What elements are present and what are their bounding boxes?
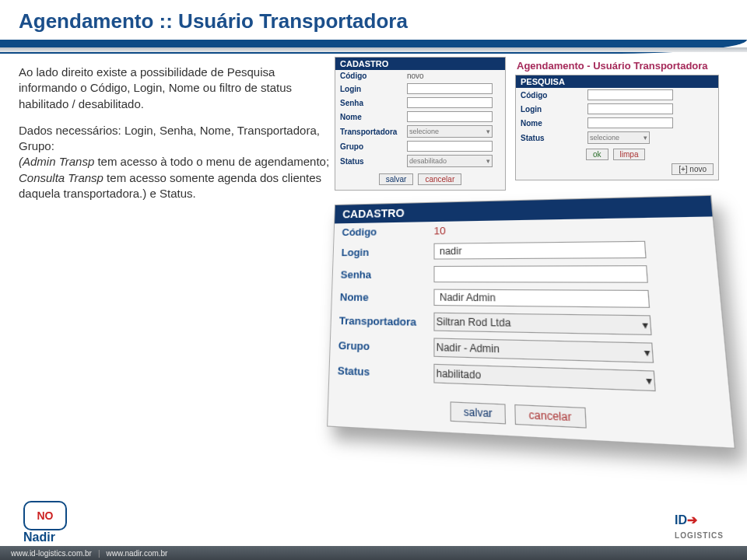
para2-mid1: tem acesso à todo o menu de agendamento; [94,155,329,168]
transp-value: Siltran Rod Ltda [437,316,511,329]
label-grupo: Grupo [340,142,402,151]
logo-icon: NO [23,501,67,530]
pesquisa-panel: Agendamento - Usuário Transportadora PES… [515,57,719,180]
transp-placeholder: selecione [409,128,439,135]
cancelar-button[interactable]: cancelar [418,173,461,185]
label-senha: Senha [341,268,430,281]
senha-input[interactable] [407,97,493,108]
label-nome: Nome [521,119,583,128]
salvar-button[interactable]: salvar [451,401,507,424]
label-senha: Senha [340,99,402,107]
label-transportadora: Transportadora [339,314,429,328]
chevron-down-icon: ▾ [644,134,647,142]
codigo-value: 10 [433,225,445,237]
label-status: Status [340,157,402,166]
status-value: desabilitado [409,157,447,165]
label-nome: Nome [340,291,429,304]
cadastro-panel-small: CADASTRO Códigonovo Login Senha Nome Tra… [335,57,506,191]
paragraph-1: Ao lado direito existe a possibilidade d… [19,65,330,112]
label-status: Status [338,364,429,380]
login-input[interactable] [587,103,673,114]
paragraph-2: Dados necessários: Login, Senha, Nome, T… [19,123,330,201]
status-select[interactable]: habilitado▾ [433,364,655,391]
grupo-select[interactable]: Nadir - Admin▾ [433,338,654,362]
codigo-value: novo [407,72,424,80]
status-value: habilitado [437,367,482,381]
chevron-down-icon: ▾ [646,374,653,387]
chevron-down-icon: ▾ [486,157,490,165]
nome-input[interactable] [407,111,493,122]
status-select[interactable]: desabilitado▾ [407,155,493,167]
em-consulta: Consulta Transp [19,171,103,184]
login-input[interactable] [407,83,493,94]
salvar-button[interactable]: salvar [379,173,414,185]
transportadora-select[interactable]: Siltran Rod Ltda▾ [433,313,651,335]
label-login: Login [340,85,402,93]
pesquisa-header: PESQUISA [516,75,718,88]
grupo-input[interactable] [407,141,493,152]
label-login: Login [341,245,429,257]
limpa-button[interactable]: limpa [613,149,646,160]
cadastro-panel-large: CADASTRO Código10 Loginnadir Senha NomeN… [327,195,735,449]
transportadora-select[interactable]: selecione▾ [407,125,493,138]
footer: NO Nadir ID➔ LOGISTICS www.id-logistics.… [0,510,747,560]
para2-lead: Dados necessários: Login, Senha, Nome, T… [19,124,320,152]
page-title: Agendamento :: Usuário Transportadora [19,9,728,33]
login-input[interactable]: nadir [433,241,646,260]
label-status: Status [521,134,583,142]
grupo-value: Nadir - Admin [437,341,500,355]
arrow-icon: ➔ [687,513,697,527]
nome-input[interactable]: Nadir Admin [433,289,650,308]
header-curve [0,40,747,54]
pesquisa-breadcrumb: Agendamento - Usuário Transportadora [515,57,719,75]
senha-input[interactable] [433,265,647,283]
description-column: Ao lado direito existe a possibilidade d… [19,65,330,201]
chevron-down-icon: ▾ [642,319,649,332]
label-grupo: Grupo [338,339,429,354]
label-nome: Nome [340,113,402,121]
label-login: Login [521,105,583,114]
id-logistics-logo: ID➔ LOGISTICS [675,513,724,541]
label-codigo: Código [340,72,402,80]
chevron-down-icon: ▾ [644,346,651,359]
label-codigo: Código [342,225,429,238]
nadir-logo: NO Nadir [23,501,67,544]
codigo-input[interactable] [587,89,673,100]
cancelar-button[interactable]: cancelar [515,404,587,429]
label-codigo: Código [521,91,583,100]
em-admin: (Admin Transp [19,155,94,168]
logistics-text: LOGISTICS [675,531,724,540]
status-placeholder: selecione [590,134,619,142]
status-select[interactable]: selecione▾ [587,131,650,144]
footer-url-2: www.nadir.com.br [107,549,168,558]
nome-input[interactable] [587,117,673,128]
label-transportadora: Transportadora [340,128,402,136]
para2-tail: e Status. [146,187,195,200]
cadastro-header: CADASTRO [335,58,505,70]
footer-divider: | [98,549,100,558]
id-text: ID [675,513,687,527]
ok-button[interactable]: ok [586,149,608,160]
chevron-down-icon: ▾ [486,128,490,135]
footer-url-1: www.id-logistics.com.br [11,549,92,558]
novo-button[interactable]: [+] novo [672,163,714,175]
nadir-text: Nadir [23,530,67,544]
